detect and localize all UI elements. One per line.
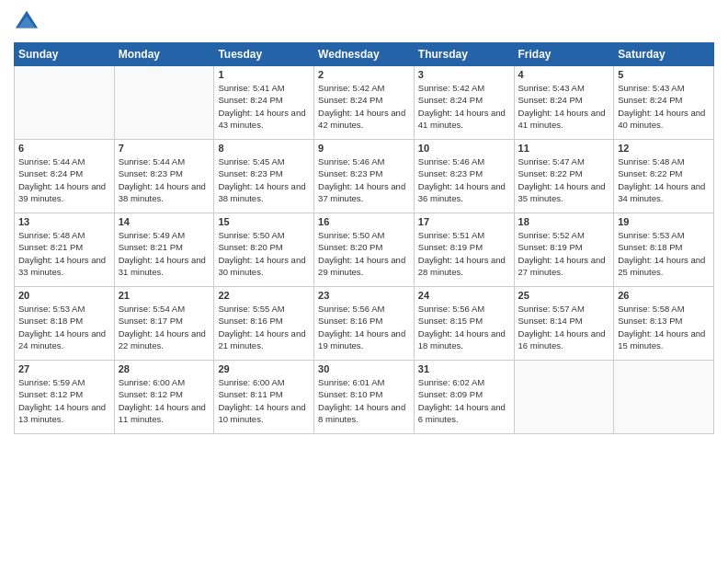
day-info: Sunrise: 5:47 AMSunset: 8:22 PMDaylight:… bbox=[518, 155, 610, 204]
day-info: Sunrise: 5:42 AMSunset: 8:24 PMDaylight:… bbox=[418, 82, 510, 131]
calendar-cell: 20Sunrise: 5:53 AMSunset: 8:18 PMDayligh… bbox=[15, 287, 115, 361]
sunset-text: Sunset: 8:24 PM bbox=[18, 167, 110, 179]
day-number: 1 bbox=[218, 69, 310, 80]
sunrise-text: Sunrise: 5:57 AM bbox=[518, 303, 610, 315]
day-number: 26 bbox=[618, 290, 710, 301]
calendar-cell bbox=[614, 361, 714, 434]
sunrise-text: Sunrise: 5:44 AM bbox=[18, 155, 110, 167]
sunrise-text: Sunrise: 5:49 AM bbox=[119, 229, 210, 241]
calendar-week-row: 13Sunrise: 5:48 AMSunset: 8:21 PMDayligh… bbox=[15, 213, 714, 287]
daylight-text: Daylight: 14 hours and 43 minutes. bbox=[218, 107, 310, 132]
day-info: Sunrise: 5:46 AMSunset: 8:23 PMDaylight:… bbox=[418, 155, 510, 204]
calendar-cell: 15Sunrise: 5:50 AMSunset: 8:20 PMDayligh… bbox=[214, 213, 314, 287]
day-info: Sunrise: 5:56 AMSunset: 8:15 PMDaylight:… bbox=[418, 303, 510, 351]
calendar-cell: 14Sunrise: 5:49 AMSunset: 8:21 PMDayligh… bbox=[114, 213, 214, 287]
day-info: Sunrise: 5:59 AMSunset: 8:12 PMDaylight:… bbox=[18, 376, 110, 425]
calendar-header-row: SundayMondayTuesdayWednesdayThursdayFrid… bbox=[15, 43, 714, 66]
calendar-cell: 10Sunrise: 5:46 AMSunset: 8:23 PMDayligh… bbox=[414, 140, 514, 213]
sunrise-text: Sunrise: 5:51 AM bbox=[418, 229, 510, 241]
sunrise-text: Sunrise: 5:56 AM bbox=[418, 303, 510, 315]
day-number: 6 bbox=[18, 143, 110, 154]
day-info: Sunrise: 5:55 AMSunset: 8:16 PMDaylight:… bbox=[218, 303, 310, 351]
weekday-header: Thursday bbox=[414, 43, 514, 66]
sunrise-text: Sunrise: 5:43 AM bbox=[618, 82, 710, 94]
daylight-text: Daylight: 14 hours and 10 minutes. bbox=[218, 401, 310, 426]
day-info: Sunrise: 5:45 AMSunset: 8:23 PMDaylight:… bbox=[218, 155, 310, 204]
daylight-text: Daylight: 14 hours and 15 minutes. bbox=[618, 327, 710, 352]
calendar-cell: 24Sunrise: 5:56 AMSunset: 8:15 PMDayligh… bbox=[414, 287, 514, 361]
day-info: Sunrise: 5:42 AMSunset: 8:24 PMDaylight:… bbox=[318, 82, 410, 131]
sunset-text: Sunset: 8:20 PM bbox=[318, 241, 410, 253]
day-info: Sunrise: 5:43 AMSunset: 8:24 PMDaylight:… bbox=[618, 82, 710, 131]
daylight-text: Daylight: 14 hours and 29 minutes. bbox=[318, 254, 410, 279]
weekday-header: Saturday bbox=[614, 43, 714, 66]
header bbox=[14, 9, 714, 35]
sunrise-text: Sunrise: 5:59 AM bbox=[18, 376, 110, 388]
day-number: 4 bbox=[518, 69, 610, 80]
day-number: 21 bbox=[119, 290, 210, 301]
day-info: Sunrise: 5:52 AMSunset: 8:19 PMDaylight:… bbox=[518, 229, 610, 278]
sunrise-text: Sunrise: 5:48 AM bbox=[18, 229, 110, 241]
day-number: 7 bbox=[119, 143, 210, 154]
calendar-cell: 19Sunrise: 5:53 AMSunset: 8:18 PMDayligh… bbox=[614, 213, 714, 287]
calendar-cell: 9Sunrise: 5:46 AMSunset: 8:23 PMDaylight… bbox=[314, 140, 415, 213]
day-info: Sunrise: 5:54 AMSunset: 8:17 PMDaylight:… bbox=[119, 303, 210, 351]
sunrise-text: Sunrise: 5:58 AM bbox=[618, 303, 710, 315]
sunrise-text: Sunrise: 5:43 AM bbox=[518, 82, 610, 94]
day-number: 12 bbox=[618, 143, 710, 154]
sunrise-text: Sunrise: 6:00 AM bbox=[119, 376, 210, 388]
day-info: Sunrise: 5:50 AMSunset: 8:20 PMDaylight:… bbox=[218, 229, 310, 278]
day-info: Sunrise: 5:48 AMSunset: 8:22 PMDaylight:… bbox=[618, 155, 710, 204]
day-number: 8 bbox=[218, 143, 310, 154]
day-number: 15 bbox=[218, 216, 310, 227]
day-info: Sunrise: 6:01 AMSunset: 8:10 PMDaylight:… bbox=[318, 376, 410, 425]
sunrise-text: Sunrise: 5:55 AM bbox=[218, 303, 310, 315]
sunset-text: Sunset: 8:15 PM bbox=[418, 315, 510, 327]
calendar-cell: 17Sunrise: 5:51 AMSunset: 8:19 PMDayligh… bbox=[414, 213, 514, 287]
day-number: 29 bbox=[218, 363, 310, 374]
calendar-cell: 7Sunrise: 5:44 AMSunset: 8:23 PMDaylight… bbox=[114, 140, 214, 213]
sunset-text: Sunset: 8:12 PM bbox=[18, 388, 110, 400]
calendar-week-row: 6Sunrise: 5:44 AMSunset: 8:24 PMDaylight… bbox=[15, 140, 714, 213]
calendar-cell: 22Sunrise: 5:55 AMSunset: 8:16 PMDayligh… bbox=[214, 287, 314, 361]
day-number: 20 bbox=[18, 290, 110, 301]
calendar-cell: 13Sunrise: 5:48 AMSunset: 8:21 PMDayligh… bbox=[15, 213, 115, 287]
day-number: 22 bbox=[218, 290, 310, 301]
day-number: 28 bbox=[119, 363, 210, 374]
calendar-cell bbox=[15, 66, 115, 140]
daylight-text: Daylight: 14 hours and 30 minutes. bbox=[218, 254, 310, 279]
sunrise-text: Sunrise: 5:56 AM bbox=[318, 303, 410, 315]
day-info: Sunrise: 5:43 AMSunset: 8:24 PMDaylight:… bbox=[518, 82, 610, 131]
sunrise-text: Sunrise: 5:50 AM bbox=[218, 229, 310, 241]
day-info: Sunrise: 5:46 AMSunset: 8:23 PMDaylight:… bbox=[318, 155, 410, 204]
sunrise-text: Sunrise: 5:54 AM bbox=[119, 303, 210, 315]
calendar-week-row: 1Sunrise: 5:41 AMSunset: 8:24 PMDaylight… bbox=[15, 66, 714, 140]
daylight-text: Daylight: 14 hours and 36 minutes. bbox=[418, 180, 510, 205]
calendar-cell: 27Sunrise: 5:59 AMSunset: 8:12 PMDayligh… bbox=[15, 361, 115, 434]
day-number: 11 bbox=[518, 143, 610, 154]
calendar-cell: 30Sunrise: 6:01 AMSunset: 8:10 PMDayligh… bbox=[314, 361, 415, 434]
daylight-text: Daylight: 14 hours and 41 minutes. bbox=[518, 107, 610, 132]
sunrise-text: Sunrise: 5:48 AM bbox=[618, 155, 710, 167]
daylight-text: Daylight: 14 hours and 33 minutes. bbox=[18, 254, 110, 279]
sunrise-text: Sunrise: 6:01 AM bbox=[318, 376, 410, 388]
sunset-text: Sunset: 8:23 PM bbox=[218, 167, 310, 179]
sunrise-text: Sunrise: 5:45 AM bbox=[218, 155, 310, 167]
sunrise-text: Sunrise: 5:41 AM bbox=[218, 82, 310, 94]
sunset-text: Sunset: 8:13 PM bbox=[618, 315, 710, 327]
calendar-cell: 28Sunrise: 6:00 AMSunset: 8:12 PMDayligh… bbox=[114, 361, 214, 434]
calendar-cell: 5Sunrise: 5:43 AMSunset: 8:24 PMDaylight… bbox=[614, 66, 714, 140]
calendar-cell: 25Sunrise: 5:57 AMSunset: 8:14 PMDayligh… bbox=[514, 287, 614, 361]
daylight-text: Daylight: 14 hours and 24 minutes. bbox=[18, 327, 110, 352]
sunset-text: Sunset: 8:18 PM bbox=[18, 315, 110, 327]
daylight-text: Daylight: 14 hours and 38 minutes. bbox=[119, 180, 210, 205]
day-number: 14 bbox=[119, 216, 210, 227]
calendar: SundayMondayTuesdayWednesdayThursdayFrid… bbox=[14, 42, 714, 434]
daylight-text: Daylight: 14 hours and 16 minutes. bbox=[518, 327, 610, 352]
weekday-header: Friday bbox=[514, 43, 614, 66]
day-number: 2 bbox=[318, 69, 410, 80]
day-number: 19 bbox=[618, 216, 710, 227]
daylight-text: Daylight: 14 hours and 18 minutes. bbox=[418, 327, 510, 352]
sunset-text: Sunset: 8:24 PM bbox=[218, 94, 310, 106]
day-info: Sunrise: 5:56 AMSunset: 8:16 PMDaylight:… bbox=[318, 303, 410, 351]
